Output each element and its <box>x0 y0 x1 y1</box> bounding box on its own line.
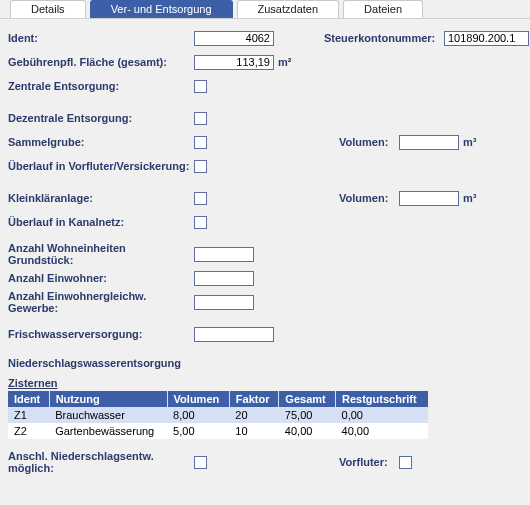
label-ueberlauf-vorfluter: Überlauf in Vorfluter/Versickerung: <box>8 160 194 172</box>
label-ueberlauf-kanal: Überlauf in Kanalnetz: <box>8 216 194 228</box>
table-row[interactable]: Z1Brauchwasser8,002075,000,00 <box>8 407 428 423</box>
unit-volumen-2: m³ <box>463 192 479 204</box>
input-volumen-2[interactable] <box>399 191 459 206</box>
unit-volumen-1: m³ <box>463 136 479 148</box>
cell-volumen: 8,00 <box>167 407 229 423</box>
cell-ident: Z2 <box>8 423 49 439</box>
label-anschl: Anschl. Niederschlagsentw. möglich: <box>8 450 194 474</box>
tab-dateien[interactable]: Dateien <box>343 0 423 18</box>
checkbox-ueberlauf-kanal[interactable] <box>194 216 207 229</box>
label-einwohner: Anzahl Einwohner: <box>8 272 194 284</box>
input-steuerkonto[interactable] <box>444 31 529 46</box>
table-zisternen: Ident Nutzung Volumen Faktor Gesamt Rest… <box>8 391 428 439</box>
checkbox-anschl[interactable] <box>194 456 207 469</box>
th-ident[interactable]: Ident <box>8 391 49 407</box>
input-flaeche[interactable] <box>194 55 274 70</box>
cell-faktor: 10 <box>229 423 279 439</box>
unit-flaeche: m² <box>278 56 294 68</box>
cell-gesamt: 40,00 <box>279 423 336 439</box>
input-wohneinheiten[interactable] <box>194 247 254 262</box>
th-rest[interactable]: Restgutschrift <box>336 391 428 407</box>
label-zentrale: Zentrale Entsorgung: <box>8 80 194 92</box>
label-dezentrale: Dezentrale Entsorgung: <box>8 112 194 124</box>
cell-volumen: 5,00 <box>167 423 229 439</box>
label-flaeche: Gebührenpfl. Fläche (gesamt): <box>8 56 194 68</box>
th-gesamt[interactable]: Gesamt <box>279 391 336 407</box>
label-wohneinheiten: Anzahl Wohneinheiten Grundstück: <box>8 242 194 266</box>
tab-ver-entsorgung[interactable]: Ver- und Entsorgung <box>90 0 233 18</box>
label-einwohnergleich: Anzahl Einwohnergleichw. Gewerbe: <box>8 290 194 314</box>
input-ident[interactable] <box>194 31 274 46</box>
table-row[interactable]: Z2Gartenbewässerung5,001040,0040,00 <box>8 423 428 439</box>
checkbox-ueberlauf-vorfluter[interactable] <box>194 160 207 173</box>
checkbox-dezentrale[interactable] <box>194 112 207 125</box>
tab-details[interactable]: Details <box>10 0 86 18</box>
label-volumen-1: Volumen: <box>339 136 399 148</box>
label-sammelgrube: Sammelgrube: <box>8 136 194 148</box>
input-frischwasser[interactable] <box>194 327 274 342</box>
cell-rest: 0,00 <box>336 407 428 423</box>
label-vorfluter: Vorfluter: <box>339 456 399 468</box>
checkbox-vorfluter[interactable] <box>399 456 412 469</box>
cell-rest: 40,00 <box>336 423 428 439</box>
th-nutzung[interactable]: Nutzung <box>49 391 167 407</box>
input-einwohnergleich[interactable] <box>194 295 254 310</box>
cell-ident: Z1 <box>8 407 49 423</box>
checkbox-zentrale[interactable] <box>194 80 207 93</box>
label-kleinklaer: Kleinkläranlage: <box>8 192 194 204</box>
tab-bar: Details Ver- und Entsorgung Zusatzdaten … <box>0 0 530 19</box>
input-einwohner[interactable] <box>194 271 254 286</box>
label-volumen-2: Volumen: <box>339 192 399 204</box>
title-niederschlag: Niederschlagswasserentsorgung <box>8 357 522 369</box>
label-frischwasser: Frischwasserversorgung: <box>8 328 194 340</box>
link-zisternen[interactable]: Zisternen <box>8 377 58 389</box>
tab-zusatzdaten[interactable]: Zusatzdaten <box>237 0 340 18</box>
panel-ver-entsorgung: Ident: Steuerkontonummer: Gebührenpfl. F… <box>0 19 530 471</box>
th-volumen[interactable]: Volumen <box>167 391 229 407</box>
checkbox-sammelgrube[interactable] <box>194 136 207 149</box>
cell-nutzung: Gartenbewässerung <box>49 423 167 439</box>
cell-faktor: 20 <box>229 407 279 423</box>
cell-gesamt: 75,00 <box>279 407 336 423</box>
label-steuerkonto: Steuerkontonummer: <box>324 32 444 44</box>
cell-nutzung: Brauchwasser <box>49 407 167 423</box>
input-volumen-1[interactable] <box>399 135 459 150</box>
th-faktor[interactable]: Faktor <box>229 391 279 407</box>
label-ident: Ident: <box>8 32 194 44</box>
checkbox-kleinklaer[interactable] <box>194 192 207 205</box>
